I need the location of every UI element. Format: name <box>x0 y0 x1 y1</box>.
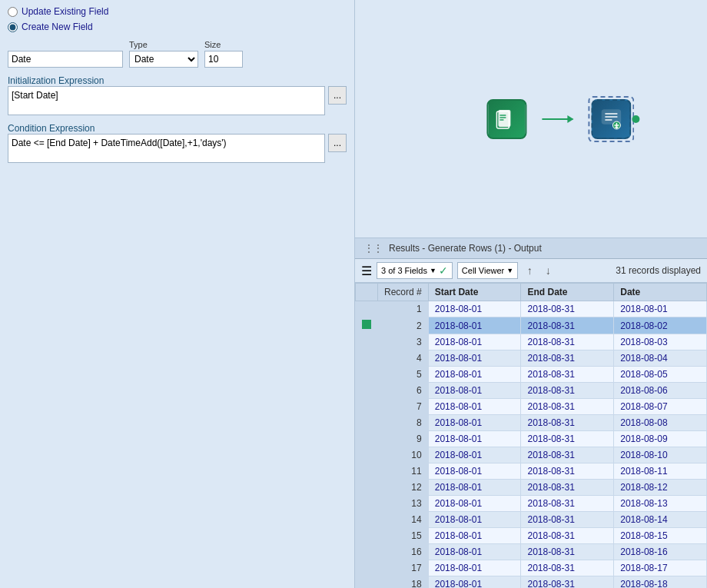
table-row[interactable]: 132018-08-012018-08-312018-08-13 <box>356 496 707 512</box>
update-existing-radio[interactable] <box>8 7 18 17</box>
table-row[interactable]: 122018-08-012018-08-312018-08-12 <box>356 480 707 496</box>
row-indicator-cell <box>356 560 378 576</box>
date-cell: 2018-08-06 <box>614 383 707 399</box>
start-date-cell: 2018-08-01 <box>428 544 521 560</box>
init-expr-container: [Start Date] ... <box>8 86 347 115</box>
cell-viewer-button[interactable]: Cell Viewer ▼ <box>457 262 518 279</box>
field-name-input[interactable] <box>8 51 123 68</box>
start-date-cell: 2018-08-01 <box>428 383 521 399</box>
date-cell: 2018-08-11 <box>614 463 707 480</box>
row-indicator-cell <box>356 528 378 544</box>
table-row[interactable]: 172018-08-012018-08-312018-08-17 <box>356 560 707 576</box>
field-definition-row: Type Date String Integer Double Boolean … <box>8 40 347 68</box>
table-row[interactable]: 12018-08-012018-08-312018-08-01 <box>356 301 707 317</box>
read-node-icon <box>486 99 526 139</box>
generate-node-icon <box>591 99 631 139</box>
date-cell: 2018-08-05 <box>614 367 707 383</box>
start-date-cell: 2018-08-01 <box>428 334 521 350</box>
init-expr-ellipsis-button[interactable]: ... <box>328 86 347 105</box>
table-row[interactable]: 162018-08-012018-08-312018-08-16 <box>356 544 707 560</box>
type-label: Type <box>129 40 198 49</box>
table-row[interactable]: 62018-08-012018-08-312018-08-06 <box>356 383 707 399</box>
table-row[interactable]: 182018-08-012018-08-312018-08-18 <box>356 576 707 589</box>
row-number-cell: 16 <box>378 544 429 560</box>
start-date-cell: 2018-08-01 <box>428 512 521 528</box>
sort-asc-button[interactable]: ↑ <box>523 264 536 277</box>
condition-expr-label: Condition Expression <box>8 123 347 134</box>
table-row[interactable]: 22018-08-012018-08-312018-08-02 <box>356 317 707 334</box>
canvas-area <box>355 0 707 238</box>
size-group: Size <box>204 40 243 68</box>
table-row[interactable]: 142018-08-012018-08-312018-08-14 <box>356 512 707 528</box>
table-row[interactable]: 82018-08-012018-08-312018-08-08 <box>356 415 707 431</box>
row-indicator-cell <box>356 463 378 480</box>
row-number-cell: 13 <box>378 496 429 512</box>
date-cell: 2018-08-09 <box>614 431 707 447</box>
row-number-cell: 9 <box>378 431 429 447</box>
three-dots-handle[interactable]: ⋮⋮ <box>361 241 386 255</box>
init-expr-textarea[interactable]: [Start Date] <box>8 86 325 115</box>
size-input[interactable] <box>204 51 243 68</box>
date-cell: 2018-08-15 <box>614 528 707 544</box>
col-record[interactable]: Record # <box>378 284 429 301</box>
fields-selector-button[interactable]: 3 of 3 Fields ▼ ✓ <box>377 262 453 279</box>
results-table: Record # Start Date End Date Date 12018-… <box>355 283 707 588</box>
condition-expr-ellipsis-button[interactable]: ... <box>328 134 347 152</box>
end-date-cell: 2018-08-31 <box>521 447 614 463</box>
col-date[interactable]: Date <box>614 284 707 301</box>
row-number-cell: 14 <box>378 512 429 528</box>
row-number-cell: 5 <box>378 367 429 383</box>
date-cell: 2018-08-02 <box>614 317 707 334</box>
end-date-cell: 2018-08-31 <box>521 576 614 589</box>
row-indicator-cell <box>356 399 378 415</box>
table-view-icon[interactable]: ☰ <box>361 264 372 278</box>
row-indicator-cell <box>356 544 378 560</box>
sort-desc-button[interactable]: ↓ <box>541 264 555 277</box>
condition-expr-textarea[interactable]: Date <= [End Date] + DateTimeAdd([Date],… <box>8 134 325 163</box>
date-cell: 2018-08-13 <box>614 496 707 512</box>
update-existing-field-row[interactable]: Update Existing Field <box>8 6 347 17</box>
type-select[interactable]: Date String Integer Double Boolean <box>129 51 198 68</box>
fields-check-icon: ✓ <box>439 264 448 277</box>
row-number-cell: 7 <box>378 399 429 415</box>
start-date-cell: 2018-08-01 <box>428 399 521 415</box>
table-row[interactable]: 42018-08-012018-08-312018-08-04 <box>356 350 707 367</box>
table-row[interactable]: 152018-08-012018-08-312018-08-15 <box>356 528 707 544</box>
read-node[interactable] <box>486 99 526 139</box>
row-indicator-cell <box>356 431 378 447</box>
table-row[interactable]: 92018-08-012018-08-312018-08-09 <box>356 431 707 447</box>
date-cell: 2018-08-07 <box>614 399 707 415</box>
create-new-radio[interactable] <box>8 22 18 32</box>
row-number-cell: 2 <box>378 317 429 334</box>
row-indicator-cell <box>356 317 378 334</box>
end-date-cell: 2018-08-31 <box>521 496 614 512</box>
row-indicator-cell <box>356 350 378 367</box>
table-row[interactable]: 72018-08-012018-08-312018-08-07 <box>356 399 707 415</box>
col-start-date[interactable]: Start Date <box>428 284 521 301</box>
table-row[interactable]: 32018-08-012018-08-312018-08-03 <box>356 334 707 350</box>
end-date-cell: 2018-08-31 <box>521 512 614 528</box>
end-date-cell: 2018-08-31 <box>521 560 614 576</box>
start-date-cell: 2018-08-01 <box>428 480 521 496</box>
end-date-cell: 2018-08-31 <box>521 544 614 560</box>
row-indicator-cell <box>356 334 378 350</box>
generate-node[interactable] <box>588 96 634 142</box>
date-cell: 2018-08-17 <box>614 560 707 576</box>
start-date-cell: 2018-08-01 <box>428 576 521 589</box>
row-number-cell: 1 <box>378 301 429 317</box>
condition-expr-section: Condition Expression Date <= [End Date] … <box>8 120 347 163</box>
col-end-date[interactable]: End Date <box>521 284 614 301</box>
create-new-label: Create New Field <box>22 22 93 32</box>
table-container[interactable]: Record # Start Date End Date Date 12018-… <box>355 283 707 588</box>
row-indicator-cell <box>356 367 378 383</box>
start-date-cell: 2018-08-01 <box>428 367 521 383</box>
table-row[interactable]: 112018-08-012018-08-312018-08-11 <box>356 463 707 480</box>
row-indicator-cell <box>356 447 378 463</box>
type-group: Type Date String Integer Double Boolean <box>129 40 198 68</box>
create-new-field-row[interactable]: Create New Field <box>8 22 347 32</box>
table-row[interactable]: 102018-08-012018-08-312018-08-10 <box>356 447 707 463</box>
end-date-cell: 2018-08-31 <box>521 399 614 415</box>
date-cell: 2018-08-16 <box>614 544 707 560</box>
table-row[interactable]: 52018-08-012018-08-312018-08-05 <box>356 367 707 383</box>
date-cell: 2018-08-04 <box>614 350 707 367</box>
